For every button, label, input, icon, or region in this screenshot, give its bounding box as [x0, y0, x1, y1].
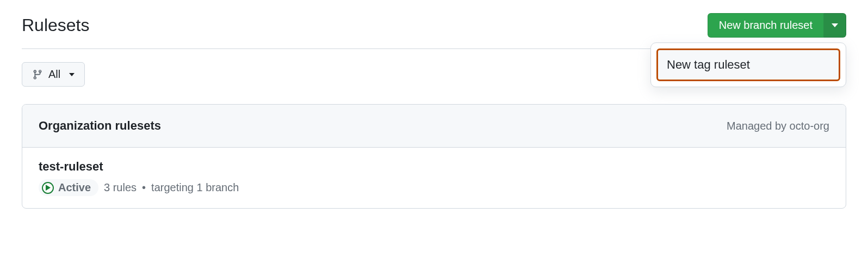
new-ruleset-button-group: New branch ruleset New tag ruleset — [708, 13, 846, 38]
ruleset-row[interactable]: test-ruleset Active 3 rules • targeting … — [22, 148, 846, 208]
new-branch-ruleset-button[interactable]: New branch ruleset — [708, 13, 824, 38]
new-ruleset-dropdown-menu: New tag ruleset — [650, 42, 846, 87]
status-label: Active — [58, 181, 91, 194]
panel-title: Organization rulesets — [39, 119, 161, 133]
new-branch-ruleset-label: New branch ruleset — [719, 19, 813, 32]
separator-dot: • — [142, 181, 146, 194]
status-badge: Active — [39, 179, 98, 196]
panel-header: Organization rulesets Managed by octo-or… — [22, 105, 846, 148]
managed-by-label: Managed by octo-org — [727, 120, 829, 132]
filter-label: All — [48, 68, 60, 81]
caret-down-icon — [69, 73, 75, 76]
page-title: Rulesets — [22, 15, 90, 35]
new-ruleset-dropdown-toggle[interactable] — [824, 13, 846, 38]
ruleset-meta: Active 3 rules • targeting 1 branch — [39, 179, 829, 196]
caret-down-icon — [832, 23, 838, 27]
new-tag-ruleset-item[interactable]: New tag ruleset — [656, 48, 840, 81]
targeting-text: targeting 1 branch — [151, 181, 239, 194]
ruleset-name: test-ruleset — [39, 160, 829, 174]
play-circle-icon — [42, 182, 54, 194]
filter-all-button[interactable]: All — [22, 62, 85, 87]
organization-rulesets-panel: Organization rulesets Managed by octo-or… — [22, 104, 846, 209]
rules-count: 3 rules — [104, 181, 137, 194]
git-branch-icon — [32, 69, 43, 80]
